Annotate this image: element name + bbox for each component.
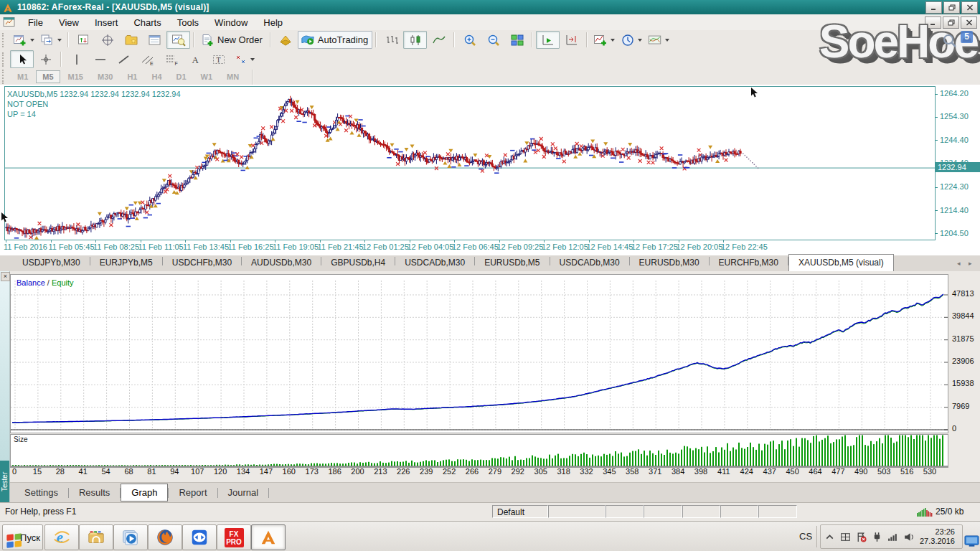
taskbar-app-fxpro[interactable]: FXPRO xyxy=(217,524,251,550)
mdi-minimize-button[interactable] xyxy=(925,17,941,29)
indicators-dropdown-caret[interactable] xyxy=(611,39,615,42)
chart-tab-eurjpyb-m5[interactable]: EURJPYb,M5 xyxy=(90,255,162,270)
toolbar2-grip[interactable] xyxy=(2,52,6,67)
cursor-button[interactable] xyxy=(10,50,34,68)
chevron-up-icon[interactable] xyxy=(824,531,836,543)
market-watch-button[interactable] xyxy=(72,31,95,49)
taskbar-app-teamviewer[interactable] xyxy=(182,524,217,550)
new-chart-dropdown-caret[interactable] xyxy=(30,39,34,42)
menu-view[interactable]: View xyxy=(51,16,87,29)
tester-panel-strip[interactable]: × Tester xyxy=(0,271,10,502)
fibonacci-retracement-button[interactable]: F xyxy=(159,50,183,68)
crosshair-button[interactable] xyxy=(34,50,57,68)
tester-tab-report[interactable]: Report xyxy=(169,484,217,501)
templates-button[interactable] xyxy=(645,31,672,49)
timeframe-m30[interactable]: M30 xyxy=(91,70,119,83)
arrow-objects-dropdown-caret[interactable] xyxy=(250,58,255,61)
tester-tab-settings[interactable]: Settings xyxy=(14,484,68,501)
tile-windows-button[interactable] xyxy=(505,31,529,49)
language-indicator[interactable]: CS xyxy=(799,531,812,542)
metaeditor-button[interactable] xyxy=(274,31,298,49)
flag-alert-icon[interactable] xyxy=(855,531,867,543)
tester-close-icon[interactable]: × xyxy=(1,272,10,281)
strategy-tester-button[interactable] xyxy=(166,31,190,49)
tabs-scroll-right-icon[interactable]: ▸ xyxy=(969,260,974,267)
equity-graph[interactable]: Balance / Equity xyxy=(10,274,948,433)
profiles-dropdown-caret[interactable] xyxy=(57,39,62,42)
new-order-button[interactable]: New Order xyxy=(197,31,267,49)
timeframe-m15[interactable]: M15 xyxy=(62,70,90,83)
line-chart-button[interactable] xyxy=(427,31,451,49)
navigator-button[interactable] xyxy=(119,31,143,49)
tester-tab-graph[interactable]: Graph xyxy=(121,484,168,501)
trendline-button[interactable] xyxy=(112,50,136,68)
taskbar-app-firefox[interactable] xyxy=(148,524,182,550)
windows-icon[interactable] xyxy=(839,531,852,543)
network-signal-icon[interactable] xyxy=(887,531,899,543)
menu-charts[interactable]: Charts xyxy=(126,16,169,29)
timeframe-w1[interactable]: W1 xyxy=(194,70,220,83)
taskbar-app-internet-explorer[interactable]: e xyxy=(44,524,79,550)
chart-tab-eurusdb-m30[interactable]: EURUSDb,M30 xyxy=(630,255,709,270)
chart-tab-usdcadb-m30[interactable]: USDCADb,M30 xyxy=(395,255,474,270)
data-window-button[interactable] xyxy=(95,31,119,49)
tabs-scroll-left-icon[interactable]: ◂ xyxy=(957,260,963,267)
periods-button[interactable] xyxy=(618,31,645,49)
menu-window[interactable]: Window xyxy=(207,16,255,29)
chart-tab-usdcadb-m30[interactable]: USDCADb,M30 xyxy=(550,255,629,270)
toolbar1-grip[interactable] xyxy=(2,33,6,47)
timeframe-m1[interactable]: M1 xyxy=(11,70,34,83)
equidistant-channel-button[interactable]: E xyxy=(136,50,159,68)
mdi-close-button[interactable] xyxy=(961,17,977,29)
taskbar-app-media-player[interactable] xyxy=(113,524,148,550)
menu-tools[interactable]: Tools xyxy=(169,16,207,29)
timeframe-h1[interactable]: H1 xyxy=(121,70,143,83)
chart-shift-button[interactable] xyxy=(560,31,583,49)
close-button[interactable] xyxy=(961,1,978,14)
status-profile-cell[interactable]: Default xyxy=(492,505,548,518)
chart-tab-audusdb-m30[interactable]: AUDUSDb,M30 xyxy=(242,255,321,270)
autotrading-button[interactable]: AutoTrading xyxy=(298,31,372,49)
start-button[interactable]: Пуск xyxy=(2,524,43,550)
timeframe-d1[interactable]: D1 xyxy=(170,70,193,83)
chart-tab-eurusdb-m5[interactable]: EURUSDb,M5 xyxy=(475,255,549,270)
chart-tab-eurchfb-m30[interactable]: EURCHFb,M30 xyxy=(710,255,788,270)
minimize-button[interactable] xyxy=(925,1,942,14)
chart-tab-usdjpyb-m30[interactable]: USDJPYb,M30 xyxy=(13,255,90,270)
indicators-button[interactable] xyxy=(590,31,618,49)
new-chart-button[interactable] xyxy=(10,31,37,49)
taskbar-app-file-explorer[interactable] xyxy=(79,524,113,550)
chart-tab-usdchfb-m30[interactable]: USDCHFb,M30 xyxy=(163,255,241,270)
timeframe-h4[interactable]: H4 xyxy=(145,70,168,83)
chart-tab-gbpusdb-h4[interactable]: GBPUSDb,H4 xyxy=(321,255,395,270)
taskbar-app-metatrader[interactable] xyxy=(251,524,286,550)
restore-button[interactable] xyxy=(943,1,960,14)
monitor-tray-icon[interactable] xyxy=(964,534,979,549)
tester-tab-results[interactable]: Results xyxy=(69,484,120,501)
taskbar-clock[interactable]: 23:26 27.3.2016 xyxy=(920,527,955,546)
price-chart-window[interactable]: XAUUSDb,M5 1232.94 1232.94 1232.94 1232.… xyxy=(0,85,980,255)
candlestick-chart-button[interactable] xyxy=(403,31,427,49)
menu-file[interactable]: File xyxy=(20,16,51,29)
arrow-objects-button[interactable] xyxy=(230,50,258,68)
size-histogram[interactable]: Size xyxy=(10,434,948,468)
zoom-in-button[interactable] xyxy=(458,31,481,49)
periods-dropdown-caret[interactable] xyxy=(638,39,642,42)
power-plug-icon[interactable] xyxy=(871,531,883,543)
bar-chart-button[interactable] xyxy=(380,31,403,49)
title-bar[interactable]: 110862: AForex-Real - [XAUUSDb,M5 (visua… xyxy=(0,0,980,14)
zoom-out-button[interactable] xyxy=(481,31,505,49)
chart-mdi-icon[interactable] xyxy=(3,17,16,28)
vertical-line-button[interactable] xyxy=(65,50,88,68)
mdi-restore-button[interactable] xyxy=(943,17,959,29)
timeframes-grip[interactable] xyxy=(2,70,6,84)
auto-scroll-button[interactable] xyxy=(536,31,560,49)
speaker-icon[interactable] xyxy=(903,531,915,543)
text-label-button[interactable]: T xyxy=(207,50,230,68)
horizontal-line-button[interactable] xyxy=(88,50,112,68)
profiles-button[interactable] xyxy=(37,31,65,49)
menu-help[interactable]: Help xyxy=(255,16,291,29)
terminal-button[interactable] xyxy=(143,31,166,49)
text-button[interactable]: A xyxy=(183,50,207,68)
menu-insert[interactable]: Insert xyxy=(87,16,126,29)
